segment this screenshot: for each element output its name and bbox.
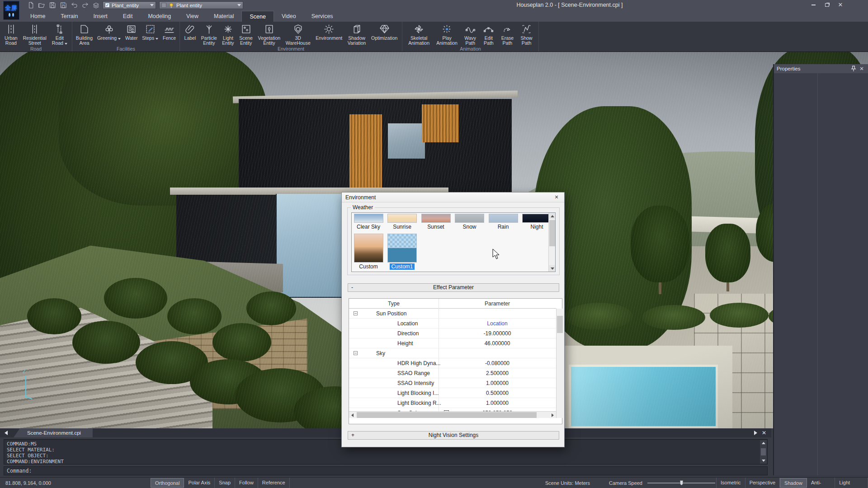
layer-dropdown[interactable]: ✓ Plant_entity	[103, 1, 156, 9]
toggle-perspective[interactable]: Perspective	[745, 478, 780, 488]
dialog-title-bar[interactable]: Environment	[342, 192, 564, 202]
ribbon-button-fence[interactable]: Fence	[162, 23, 177, 41]
ribbon-button-erase-path[interactable]: Erase Path	[500, 23, 514, 46]
toggle-shadow[interactable]: Shadow	[780, 478, 807, 488]
scroll-up-icon[interactable]	[760, 440, 767, 446]
toggle-follow[interactable]: Follow	[235, 478, 258, 488]
toggle-anti-aliasing[interactable]: Anti-Aliasing	[807, 478, 835, 488]
menu-tab-modeling[interactable]: Modeling	[140, 11, 179, 22]
menu-tab-insert[interactable]: Insert	[86, 11, 115, 22]
menu-tab-terrain[interactable]: Terrain	[53, 11, 85, 22]
weather-thumbnail[interactable]	[522, 214, 552, 223]
ribbon-button-particle-entity[interactable]: Particle Entity	[200, 23, 218, 46]
parameter-value-cell[interactable]: Location	[439, 319, 556, 328]
entity-dropdown[interactable]: Plant entity	[159, 1, 243, 9]
ribbon-button-3d-warehouse[interactable]: 3D WareHouse	[285, 23, 311, 46]
parameter-row-sun-position[interactable]: –Sun Position	[349, 309, 556, 319]
expand-icon[interactable]: +	[351, 432, 354, 439]
parameter-row-ssao-intensity[interactable]: SSAO Intensity1.000000	[349, 378, 556, 388]
menu-tab-material[interactable]: Material	[206, 11, 241, 22]
pin-icon[interactable]	[850, 66, 857, 72]
layers-icon[interactable]	[92, 1, 100, 9]
ribbon-button-urban-road[interactable]: Urban Road	[4, 23, 19, 46]
ribbon-button-water[interactable]: Water	[124, 23, 139, 41]
weather-preset-snow[interactable]: Snow	[454, 213, 485, 230]
parameter-table-vscrollbar[interactable]	[556, 309, 563, 418]
minimize-button[interactable]	[807, 1, 819, 9]
dialog-close-icon[interactable]: ×	[552, 192, 561, 202]
tab-scroll-left-icon[interactable]	[2, 430, 10, 436]
close-button[interactable]: ✕	[835, 1, 846, 9]
weather-preset-sunset[interactable]: Sunset	[420, 213, 451, 230]
weather-preset-night[interactable]: Night	[522, 213, 552, 230]
save-as-icon[interactable]	[60, 1, 67, 9]
parameter-row-sky[interactable]: –Sky	[349, 348, 556, 358]
parameter-row-height[interactable]: Height46.000000	[349, 338, 556, 348]
scrollbar-thumb[interactable]	[557, 316, 563, 333]
toggle-polar-axis[interactable]: Polar Axis	[184, 478, 215, 488]
parameter-table-hscrollbar[interactable]	[349, 411, 556, 418]
command-input[interactable]: Command:	[4, 466, 768, 475]
night-vision-settings-header[interactable]: + Night Vision Settings	[348, 431, 559, 440]
scroll-left-icon[interactable]	[349, 412, 356, 418]
ribbon-button-greening[interactable]: Greening	[96, 23, 122, 41]
weather-thumbnail[interactable]	[387, 214, 417, 223]
weather-preset-list[interactable]: Clear SkySunriseSunsetSnowRainNightCusto…	[351, 212, 556, 272]
scrollbar-thumb[interactable]	[549, 220, 555, 246]
ribbon-button-play-animation[interactable]: Play Animation	[435, 23, 458, 46]
weather-preset-sunrise[interactable]: Sunrise	[387, 213, 418, 230]
restore-button[interactable]	[821, 1, 833, 9]
ribbon-button-edit-road[interactable]: Edit Road	[51, 23, 68, 46]
ribbon-button-light-entity[interactable]: Light Entity	[221, 23, 235, 46]
weather-preset-clear-sky[interactable]: Clear Sky	[353, 213, 384, 230]
scroll-right-icon[interactable]	[549, 412, 556, 418]
toggle-reference[interactable]: Reference	[258, 478, 290, 488]
parameter-row-light-blocking-i[interactable]: Light Blocking I...0.500000	[349, 388, 556, 398]
tab-scroll-right-icon[interactable]	[751, 430, 760, 436]
ribbon-button-wavy-path[interactable]: Wavy Path	[463, 23, 477, 46]
layer-checkbox[interactable]: ✓	[105, 3, 110, 8]
menu-tab-video[interactable]: Video	[274, 11, 304, 22]
weather-list-scrollbar[interactable]	[548, 213, 555, 272]
menu-tab-edit[interactable]: Edit	[115, 11, 141, 22]
panel-close-icon[interactable]: ✕	[858, 66, 865, 72]
ribbon-button-show-path[interactable]: Show Path	[519, 23, 533, 46]
menu-tab-home[interactable]: Home	[23, 11, 53, 22]
weather-thumbnail[interactable]	[354, 234, 383, 263]
undo-icon[interactable]	[71, 1, 78, 9]
scroll-down-icon[interactable]	[549, 265, 556, 272]
menu-tab-scene[interactable]: Scene	[241, 11, 274, 22]
save-icon[interactable]	[49, 1, 57, 9]
entity-checkbox[interactable]	[161, 3, 166, 8]
scroll-down-icon[interactable]	[760, 458, 767, 464]
ribbon-button-building-area[interactable]: Building Area	[75, 23, 94, 46]
toggle-orthogonal[interactable]: Orthogonal	[151, 478, 184, 488]
ribbon-button-optimization[interactable]: Optimization	[370, 23, 398, 41]
ribbon-button-residential-street[interactable]: Residential Street	[22, 23, 47, 46]
ribbon-button-scene-entity[interactable]: Scene Entity	[238, 23, 254, 46]
scroll-up-icon[interactable]	[549, 213, 556, 219]
command-history-scrollbar[interactable]	[760, 440, 767, 464]
ribbon-button-shadow-variation[interactable]: Shadow Variation	[347, 23, 367, 46]
ribbon-button-label[interactable]: Label	[184, 23, 197, 41]
weather-thumbnail[interactable]	[354, 214, 383, 223]
parameter-row-direction[interactable]: Direction-19.000000	[349, 328, 556, 338]
ribbon-button-steps[interactable]: Steps	[141, 23, 159, 41]
menu-tab-view[interactable]: View	[179, 11, 206, 22]
redo-icon[interactable]	[81, 1, 89, 9]
effect-parameter-header[interactable]: - Effect Parameter	[348, 283, 559, 292]
menu-tab-services[interactable]: Services	[304, 11, 341, 22]
weather-thumbnail[interactable]	[489, 214, 518, 223]
ribbon-button-edit-path[interactable]: Edit Path	[482, 23, 495, 46]
open-folder-icon[interactable]	[38, 1, 46, 9]
weather-thumbnail[interactable]	[421, 214, 451, 223]
camera-speed-slider[interactable]	[647, 483, 715, 483]
document-tab[interactable]: Scene-Environment.cpi	[14, 428, 93, 437]
toggle-snap[interactable]: Snap	[215, 478, 235, 488]
toggle-light-projection[interactable]: Light Projection	[835, 478, 868, 488]
scrollbar-thumb[interactable]	[357, 412, 537, 418]
parameter-row-ssao-range[interactable]: SSAO Range2.500000	[349, 368, 556, 378]
weather-thumbnail[interactable]	[387, 234, 417, 263]
ribbon-button-skeletal-animation[interactable]: Skeletal Animation	[407, 23, 430, 46]
parameter-row-light-blocking-r[interactable]: Light Blocking R...1.000000	[349, 398, 556, 408]
